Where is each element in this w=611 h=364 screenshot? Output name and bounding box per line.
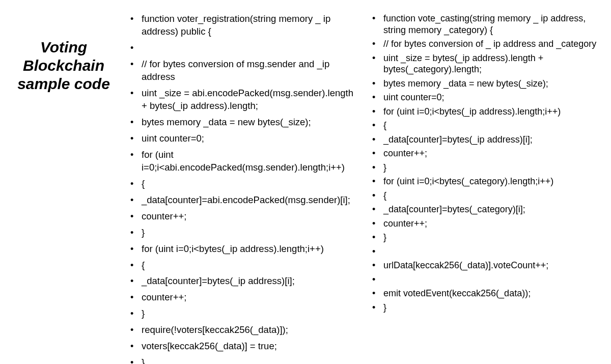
code-line: _data[counter]=abi.encodePacked(msg.send… (127, 194, 359, 207)
code-line: { (369, 120, 601, 131)
code-line: uint _size = bytes(_ip address).length +… (369, 52, 601, 75)
code-line (369, 274, 601, 286)
code-line: bytes memory _data = new bytes(_size); (369, 78, 601, 90)
code-line: for (uint i=0;i<bytes(_category).length;… (369, 176, 601, 187)
code-line: for (uint i=0;i<bytes(_ip address).lengt… (369, 106, 601, 118)
code-line: } (127, 356, 359, 364)
code-line: emit votedEvent(keccak256(_data)); (369, 288, 601, 299)
code-line: } (369, 162, 601, 174)
code-line: counter++; (127, 210, 359, 223)
code-line: _data[counter]=bytes(_ip address)[i]; (369, 134, 601, 146)
code-line: } (369, 232, 601, 243)
slide-title: Voting Blockchain sample code (10, 38, 117, 93)
code-line: { (127, 178, 359, 190)
code-line: } (127, 307, 359, 320)
code-line: uint _size = abi.encodePacked(msg.sender… (127, 87, 359, 113)
title-column: Voting Blockchain sample code (10, 13, 117, 351)
code-column-left: function voter_registration(string memor… (127, 13, 359, 351)
code-list-left: function voter_registration(string memor… (127, 13, 359, 364)
code-line: function vote_casting(string memory _ ip… (369, 13, 601, 36)
code-line: require(!voters[keccak256(_data)]); (127, 324, 359, 337)
code-line: bytes memory _data = new bytes(_size); (127, 116, 359, 129)
code-line: // for bytes conversion of _ ip address … (369, 38, 601, 50)
code-line: voters[keccak256(_data)] = true; (127, 340, 359, 353)
code-line: } (369, 302, 601, 314)
code-line: counter++; (369, 148, 601, 159)
code-list-right: function vote_casting(string memory _ ip… (369, 13, 601, 316)
code-line: { (369, 190, 601, 202)
code-line: counter++; (127, 291, 359, 304)
code-line: _data[counter]=bytes(_ip address)[i]; (127, 275, 359, 288)
code-line: counter++; (369, 218, 601, 230)
code-line: for (uint i=0;i<abi.encodePacked(msg.sen… (127, 149, 359, 174)
code-line (369, 246, 601, 258)
code-line: uint counter=0; (369, 92, 601, 103)
code-line: urlData[keccak256(_data)].voteCount++; (369, 260, 601, 271)
code-column-right: function vote_casting(string memory _ ip… (369, 13, 601, 351)
code-line: // for bytes conversion of msg.sender an… (127, 58, 359, 83)
code-line (127, 42, 359, 54)
code-line: } (127, 227, 359, 239)
code-line: for (uint i=0;i<bytes(_ip address).lengt… (127, 243, 359, 256)
code-line: { (127, 259, 359, 272)
slide-container: Voting Blockchain sample code function v… (10, 13, 601, 351)
code-line: uint counter=0; (127, 132, 359, 145)
code-line: _data[counter]=bytes(_category)[i]; (369, 204, 601, 215)
code-line: function voter_registration(string memor… (127, 13, 359, 38)
